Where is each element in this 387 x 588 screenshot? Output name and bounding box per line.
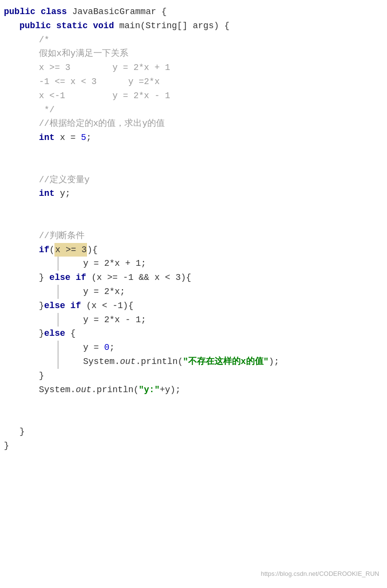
code-line-1: public class JavaBasicGrammar { [0, 5, 387, 19]
vertical-bar-3 [57, 313, 59, 327]
comment-start: /* [39, 33, 50, 47]
code-line-16 [0, 215, 387, 229]
code-container: public class JavaBasicGrammar { public s… [0, 0, 387, 588]
comment-inline-1: //根据给定的x的值，求出y的值 [39, 117, 165, 131]
comment-end: */ [39, 103, 54, 117]
highlight-condition: x >= 3 [54, 243, 87, 257]
code-line-23: y = 2*x - 1; [0, 313, 387, 327]
code-line-7: x <-1 y = 2*x - 1 [0, 89, 387, 103]
code-line-10: int x = 5 ; [0, 131, 387, 145]
keyword-else-2: else [44, 299, 65, 313]
code-line-20: } else if (x >= -1 && x < 3){ [0, 271, 387, 285]
code-line-29 [0, 397, 387, 411]
code-line-13: //定义变量y [0, 173, 387, 187]
keyword-else-3: else [44, 327, 65, 341]
code-line-2: public static void main(String[] args) { [0, 19, 387, 33]
code-line-4: 假如x和y满足一下关系 [0, 47, 387, 61]
comment-text-4: x <-1 y = 2*x - 1 [39, 89, 170, 103]
string-y: "y:" [139, 383, 159, 397]
code-line-18: if ( x >= 3 ){ [0, 243, 387, 257]
code-line-12 [0, 159, 387, 173]
code-line-5: x >= 3 y = 2*x + 1 [0, 61, 387, 75]
watermark: https://blog.csdn.net/CODEROOKIE_RUN [261, 569, 379, 579]
code-line-6: -1 <= x < 3 y =2*x [0, 75, 387, 89]
code-line-14: int y; [0, 187, 387, 201]
keyword-static: static [56, 19, 88, 33]
code-line-8: */ [0, 103, 387, 117]
keyword-class: class [41, 5, 67, 19]
keyword-public2: public [19, 19, 51, 33]
code-line-22: } else if (x < -1){ [0, 299, 387, 313]
vertical-bar-1 [57, 257, 59, 271]
code-line-11 [0, 145, 387, 159]
code-line-21: y = 2*x; [0, 285, 387, 299]
code-line-32: } [0, 439, 387, 453]
code-line-30 [0, 411, 387, 425]
vertical-bar-5 [57, 355, 59, 369]
code-line-28: System.out.println( "y:" +y); [0, 383, 387, 397]
keyword-public: public [4, 5, 35, 19]
comment-inline-3: //判断条件 [39, 229, 85, 243]
code-line-26: System.out.println("不存在这样的x的值"); [0, 355, 387, 369]
keyword-else-1: else [50, 271, 70, 285]
vertical-bar-4 [57, 341, 59, 355]
code-line-9: //根据给定的x的值，求出y的值 [0, 117, 387, 131]
comment-text-1: 假如x和y满足一下关系 [39, 47, 128, 61]
comment-text-3: -1 <= x < 3 y =2*x [39, 75, 159, 89]
comment-text-2: x >= 3 y = 2*x + 1 [39, 61, 170, 75]
code-line-31: } [0, 425, 387, 439]
vertical-bar-2 [57, 285, 59, 299]
comment-inline-2: //定义变量y [39, 173, 89, 187]
code-line-15 [0, 201, 387, 215]
keyword-int-1: int [39, 131, 54, 145]
keyword-if-2: if [76, 271, 87, 285]
code-line-24: } else { [0, 327, 387, 341]
keyword-void: void [93, 19, 114, 33]
code-line-19: y = 2*x + 1; [0, 257, 387, 271]
code-line-17: //判断条件 [0, 229, 387, 243]
keyword-if-1: if [39, 243, 50, 257]
keyword-int-2: int [39, 187, 54, 201]
code-line-27: } [0, 369, 387, 383]
code-line-3: /* [0, 33, 387, 47]
number-5: 5 [81, 131, 86, 145]
keyword-if-3: if [70, 299, 81, 313]
code-line-25: y = 0; [0, 341, 387, 355]
